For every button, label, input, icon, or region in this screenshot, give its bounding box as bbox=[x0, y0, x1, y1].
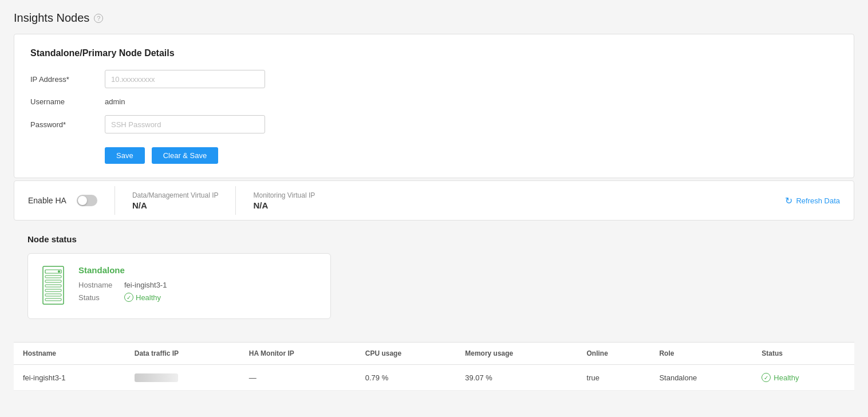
blurred-ip: xx.xxx.xx.xxx bbox=[135, 373, 178, 382]
table-row: fei-ingisht3-1 xx.xxx.xx.xxx — 0.79 % 39… bbox=[14, 365, 854, 391]
ip-address-row: IP Address* bbox=[30, 70, 838, 88]
hostname-detail-value: fei-ingisht3-1 bbox=[124, 281, 167, 289]
row-check-icon: ✓ bbox=[762, 373, 771, 382]
svg-rect-3 bbox=[45, 280, 61, 282]
svg-rect-7 bbox=[45, 298, 61, 301]
monitoring-section: Monitoring Virtual IP N/A bbox=[253, 191, 315, 210]
nodes-table-section: Hostname Data traffic IP HA Monitor IP C… bbox=[14, 342, 854, 391]
toggle-knob bbox=[78, 196, 87, 205]
password-row: Password* bbox=[30, 115, 838, 133]
col-hostname: Hostname bbox=[14, 343, 125, 365]
svg-point-8 bbox=[58, 270, 60, 273]
ip-address-label: IP Address* bbox=[30, 75, 105, 84]
node-status-title: Node status bbox=[27, 234, 841, 244]
cell-role: Standalone bbox=[650, 365, 752, 391]
hostname-detail-row: Hostname fei-ingisht3-1 bbox=[78, 281, 167, 289]
username-value: admin bbox=[105, 97, 125, 106]
save-button[interactable]: Save bbox=[105, 147, 145, 164]
nodes-table: Hostname Data traffic IP HA Monitor IP C… bbox=[14, 343, 854, 391]
svg-rect-2 bbox=[45, 276, 61, 278]
node-info: Standalone Hostname fei-ingisht3-1 Statu… bbox=[78, 265, 167, 305]
cell-cpu-usage: 0.79 % bbox=[356, 365, 456, 391]
cell-online: true bbox=[578, 365, 650, 391]
enable-ha-section: Enable HA bbox=[28, 195, 97, 206]
server-icon bbox=[40, 265, 67, 307]
enable-ha-toggle[interactable] bbox=[77, 195, 97, 206]
data-mgmt-section: Data/Management Virtual IP N/A bbox=[132, 191, 219, 210]
cell-data-traffic-ip: xx.xxx.xx.xxx bbox=[125, 365, 240, 391]
data-mgmt-value: N/A bbox=[132, 200, 219, 210]
refresh-label: Refresh Data bbox=[796, 196, 840, 205]
col-memory-usage: Memory usage bbox=[456, 343, 577, 365]
svg-rect-5 bbox=[45, 289, 61, 292]
cell-status: ✓ Healthy bbox=[752, 365, 854, 391]
help-icon[interactable]: ? bbox=[94, 14, 103, 23]
card-section-title: Standalone/Primary Node Details bbox=[30, 48, 838, 58]
username-row: Username admin bbox=[30, 97, 838, 106]
cell-ha-monitor-ip: — bbox=[240, 365, 356, 391]
svg-rect-4 bbox=[45, 285, 61, 287]
username-label: Username bbox=[30, 97, 105, 106]
password-input[interactable] bbox=[105, 115, 265, 133]
standalone-node-card: Standalone Hostname fei-ingisht3-1 Statu… bbox=[27, 253, 331, 319]
col-status: Status bbox=[752, 343, 854, 365]
col-data-traffic-ip: Data traffic IP bbox=[125, 343, 240, 365]
monitoring-label: Monitoring Virtual IP bbox=[253, 191, 315, 199]
password-label: Password* bbox=[30, 120, 105, 129]
cell-hostname: fei-ingisht3-1 bbox=[14, 365, 125, 391]
check-icon: ✓ bbox=[124, 293, 133, 302]
cell-memory-usage: 39.07 % bbox=[456, 365, 577, 391]
monitoring-value: N/A bbox=[253, 200, 315, 210]
refresh-data-button[interactable]: ↻ Refresh Data bbox=[785, 195, 840, 206]
col-role: Role bbox=[650, 343, 752, 365]
status-detail-row: Status ✓ Healthy bbox=[78, 293, 167, 302]
enable-ha-label: Enable HA bbox=[28, 196, 66, 205]
refresh-icon: ↻ bbox=[785, 195, 792, 206]
ip-address-input[interactable] bbox=[105, 70, 265, 88]
node-status-section: Node status bbox=[14, 223, 854, 331]
clear-save-button[interactable]: Clear & Save bbox=[152, 147, 219, 164]
row-status-healthy: ✓ Healthy bbox=[762, 373, 845, 382]
svg-rect-6 bbox=[45, 294, 61, 296]
status-healthy-text: Healthy bbox=[136, 293, 161, 302]
node-type-label: Standalone bbox=[78, 265, 167, 275]
data-mgmt-label: Data/Management Virtual IP bbox=[132, 191, 219, 199]
col-ha-monitor-ip: HA Monitor IP bbox=[240, 343, 356, 365]
table-header-row: Hostname Data traffic IP HA Monitor IP C… bbox=[14, 343, 854, 365]
form-actions: Save Clear & Save bbox=[105, 147, 838, 164]
hostname-detail-label: Hostname bbox=[78, 281, 119, 289]
status-healthy-badge: ✓ Healthy bbox=[124, 293, 161, 302]
status-detail-label: Status bbox=[78, 293, 119, 302]
ha-bar: Enable HA Data/Management Virtual IP N/A… bbox=[14, 180, 854, 221]
page-title: Insights Nodes bbox=[14, 11, 89, 25]
node-details-card: Standalone/Primary Node Details IP Addre… bbox=[14, 34, 854, 178]
row-status-text: Healthy bbox=[774, 373, 799, 382]
ha-divider-1 bbox=[115, 186, 115, 215]
col-online: Online bbox=[578, 343, 650, 365]
ha-divider-2 bbox=[235, 186, 236, 215]
col-cpu-usage: CPU usage bbox=[356, 343, 456, 365]
